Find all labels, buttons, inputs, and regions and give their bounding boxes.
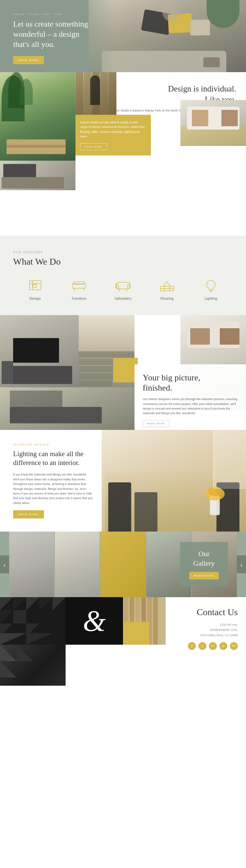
deco-circle — [162, 3, 180, 21]
svg-rect-9 — [116, 284, 118, 288]
service-label-design: Design — [30, 297, 41, 300]
service-item-furniture: Furniture — [59, 278, 99, 300]
svg-marker-23 — [39, 597, 53, 610]
svg-marker-34 — [17, 645, 33, 661]
contact-pattern-image — [0, 597, 66, 645]
design-readmore-button[interactable]: READ MORE — [80, 143, 107, 150]
services-title: What We Do — [13, 256, 233, 267]
flooring-icon — [158, 278, 176, 293]
svg-rect-10 — [128, 284, 130, 288]
service-label-lighting: Lighting — [205, 297, 217, 300]
gallery-prev-button[interactable]: ‹ — [0, 556, 9, 574]
contact-section: & Contact Us 1234 5th Ave, SOMEWHERE 123… — [0, 597, 246, 686]
pillow-light — [190, 20, 210, 35]
svg-marker-21 — [13, 597, 26, 610]
gallery-cta-button[interactable]: READ MORE — [189, 572, 219, 580]
svg-marker-35 — [0, 661, 17, 678]
svg-marker-26 — [13, 610, 26, 623]
social-facebook-button[interactable]: f — [188, 642, 196, 650]
gallery-image-3 — [100, 532, 145, 597]
hero-tagline: SPACE. STYLE. FEEL. YOU. — [13, 13, 93, 16]
gallery-section: ‹ › OurGallery READ MORE — [0, 532, 246, 597]
furniture-icon — [70, 278, 88, 293]
hero-cta-button[interactable]: READ MORE — [13, 56, 44, 64]
bigpic-text-block: Your big picture,finished. Our interior … — [134, 364, 246, 430]
social-twitter-button[interactable]: y — [198, 642, 206, 650]
lighting-cta-button[interactable]: READ MORE — [13, 510, 44, 519]
bigpic-description: Our interior designers assist you throug… — [143, 397, 238, 416]
svg-rect-0 — [30, 281, 41, 290]
hero-section: SPACE. STYLE. FEEL. YOU. Let us create s… — [0, 0, 246, 72]
service-item-flooring: Flooring — [147, 278, 187, 300]
bigpic-left-image — [0, 315, 79, 387]
lighting-section: INTERIOR DESIGN Lighting can make all th… — [0, 430, 246, 532]
social-googleplus-button[interactable]: G+ — [209, 642, 217, 650]
service-item-design: Design — [16, 278, 55, 300]
lighting-icon — [202, 278, 220, 293]
service-item-upholstery: Upholstery — [103, 278, 143, 300]
svg-marker-22 — [26, 597, 39, 610]
bigpic-yellow-accent — [113, 358, 138, 382]
table-shape — [203, 57, 220, 67]
contact-ampersand-image: & — [66, 597, 123, 645]
contact-text-block: Contact Us 1234 5th Ave, SOMEWHERE 1234,… — [159, 607, 238, 650]
bigpic-bottom-image — [0, 387, 135, 430]
service-label-furniture: Furniture — [72, 297, 86, 300]
svg-rect-5 — [74, 282, 84, 284]
design-left-image — [0, 72, 75, 161]
svg-marker-32 — [26, 633, 53, 645]
lighting-description: If you know the materials and fittings y… — [13, 472, 93, 505]
social-behance-button[interactable]: Be — [230, 642, 238, 650]
svg-marker-33 — [0, 645, 17, 661]
bigpic-cta-button[interactable]: READ MORE — [143, 420, 170, 427]
gallery-next-button[interactable]: › — [237, 556, 246, 574]
social-icons: f y G+ in Be — [159, 642, 238, 650]
lighting-title: Lighting can make all the difference to … — [13, 450, 93, 468]
upholstery-icon — [114, 278, 132, 293]
design-section: Design is individual.Like you. Interior … — [0, 72, 246, 236]
arrow-left-icon: ‹ — [3, 560, 6, 568]
contact-address: 1234 5th Ave, SOMEWHERE 1234, 1234 Dollo… — [159, 622, 238, 638]
bigpic-title: Your big picture,finished. — [143, 373, 238, 393]
hero-content: SPACE. STYLE. FEEL. YOU. Let us create s… — [0, 0, 102, 72]
services-grid: Design Furniture — [13, 278, 233, 300]
gallery-title: OurGallery — [189, 549, 219, 568]
design-right-top-image — [180, 100, 246, 146]
arrow-right-icon: › — [240, 560, 242, 568]
contact-address-line3: 1234 Dollop Drive, CA 23456 — [159, 632, 238, 638]
lighting-label: INTERIOR DESIGN — [13, 443, 93, 446]
contact-address-line1: 1234 5th Ave, — [159, 622, 238, 627]
design-mid-image — [75, 72, 117, 115]
gallery-image-1 — [9, 532, 54, 597]
hero-title: Let us create something wonderful – a de… — [13, 19, 93, 50]
bigpic-section: Your big picture,finished. Our interior … — [0, 315, 246, 430]
svg-marker-27 — [26, 610, 39, 623]
contact-title: Contact Us — [159, 607, 238, 617]
service-label-upholstery: Upholstery — [115, 297, 132, 300]
ampersand-icon: & — [83, 606, 105, 636]
gallery-overlay: OurGallery READ MORE — [180, 542, 228, 587]
design-yellow-box: Interior Studio are also able to supply … — [75, 115, 151, 155]
svg-marker-25 — [0, 610, 13, 623]
svg-marker-31 — [0, 633, 26, 645]
gallery-image-2 — [55, 532, 100, 597]
lighting-text-panel: INTERIOR DESIGN Lighting can make all th… — [0, 430, 102, 532]
contact-bottom-image — [0, 645, 66, 686]
contact-address-line2: SOMEWHERE 1234, — [159, 627, 238, 632]
service-label-flooring: Flooring — [160, 297, 174, 300]
lighting-image-panel — [102, 430, 246, 532]
design-icon — [26, 278, 44, 293]
services-section: OUR SERVICES What We Do Design — [0, 236, 246, 315]
service-item-lighting: Lighting — [191, 278, 230, 300]
svg-rect-3 — [33, 284, 36, 287]
services-label: OUR SERVICES — [13, 251, 233, 254]
svg-marker-24 — [53, 597, 66, 610]
design-bottom-image — [0, 161, 75, 190]
design-box-text: Interior Studio are also able to supply … — [80, 120, 146, 139]
contact-yellow-accent — [123, 622, 149, 645]
social-linkedin-button[interactable]: in — [219, 642, 227, 650]
svg-marker-20 — [0, 597, 13, 610]
